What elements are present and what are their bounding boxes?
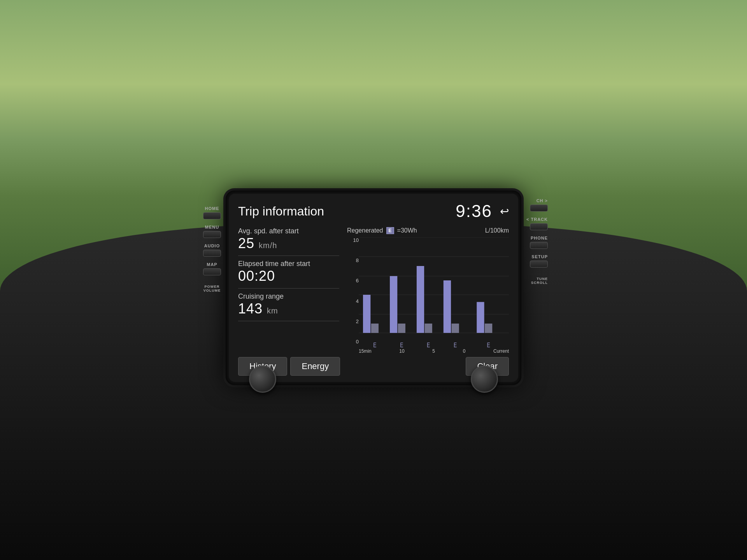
equals-label: =30Wh <box>397 227 417 234</box>
svg-rect-13 <box>451 324 459 333</box>
track-btn-label: < TRACK <box>526 217 548 222</box>
range-value: 143 km <box>238 301 339 317</box>
regenerated-label: Regenerated <box>347 227 383 234</box>
svg-text:E: E <box>487 341 490 348</box>
energy-button[interactable]: Energy <box>290 357 340 376</box>
x-label-15min: 15min <box>359 348 372 354</box>
menu-button[interactable] <box>203 231 221 238</box>
avg-speed-row: Avg. spd. after start 25 km/h <box>238 227 339 256</box>
ch-btn-label: CH > <box>537 198 548 203</box>
page-title: Trip information <box>238 204 324 219</box>
x-label-0: 0 <box>463 348 466 354</box>
right-side-buttons: CH > < TRACK PHONE SETUP TUNESCROLL <box>526 198 548 285</box>
chart-panel: Regenerated E =30Wh L/100km 0 2 4 6 8 10 <box>347 227 509 352</box>
home-button[interactable] <box>203 212 221 219</box>
header-row: Trip information 9:36 ↩ <box>238 201 509 221</box>
elapsed-time-row: Elapsed time after start 00:20 <box>238 260 339 289</box>
avg-speed-label: Avg. spd. after start <box>238 227 339 235</box>
home-btn-label: HOME <box>205 206 219 211</box>
elapsed-value: 00:20 <box>238 268 339 284</box>
cruising-range-row: Cruising range 143 km <box>238 292 339 321</box>
setup-button[interactable] <box>530 261 548 268</box>
phone-button[interactable] <box>530 242 548 249</box>
svg-text:E: E <box>400 341 403 348</box>
power-vol-label: POWERVOLUME <box>203 285 221 292</box>
current-label: Current <box>493 348 509 354</box>
chart-header: Regenerated E =30Wh L/100km <box>347 227 509 234</box>
svg-rect-15 <box>485 324 492 333</box>
chart-svg-container: E E E E E 15min 10 5 0 Current <box>359 237 509 352</box>
svg-rect-6 <box>363 295 370 333</box>
svg-rect-8 <box>390 276 397 333</box>
trip-info-panel: Avg. spd. after start 25 km/h Elapsed ti… <box>238 227 339 352</box>
svg-text:E: E <box>373 341 376 348</box>
svg-text:E: E <box>454 341 457 348</box>
screen-bezel: HOME MENU AUDIO MAP POWERVOLUME CH > < T… <box>226 191 521 385</box>
power-volume-knob[interactable] <box>249 366 276 393</box>
content-area: Avg. spd. after start 25 km/h Elapsed ti… <box>238 227 509 352</box>
svg-rect-12 <box>444 280 451 333</box>
tune-scroll-knob[interactable] <box>471 366 498 393</box>
main-screen: Trip information 9:36 ↩ Avg. spd. after … <box>229 194 518 382</box>
svg-rect-14 <box>477 302 484 333</box>
audio-btn-label: AUDIO <box>204 243 220 248</box>
svg-rect-10 <box>417 266 424 333</box>
audio-button[interactable] <box>203 250 221 257</box>
avg-speed-value: 25 km/h <box>238 235 339 252</box>
menu-btn-label: MENU <box>205 225 219 229</box>
x-label-5: 5 <box>432 348 435 354</box>
clock-display: 9:36 <box>456 201 492 221</box>
x-label-10: 10 <box>399 348 404 354</box>
map-btn-label: MAP <box>207 262 217 267</box>
elapsed-label: Elapsed time after start <box>238 260 339 268</box>
tune-scroll-label: TUNESCROLL <box>531 277 548 285</box>
ch-button[interactable] <box>530 205 548 212</box>
svg-rect-7 <box>371 324 379 333</box>
svg-rect-11 <box>425 324 432 333</box>
setup-btn-label: SETUP <box>531 254 548 259</box>
svg-text:E: E <box>427 341 430 348</box>
phone-btn-label: PHONE <box>531 236 548 240</box>
bar-chart: E E E E E <box>359 237 509 352</box>
range-label: Cruising range <box>238 292 339 301</box>
e-badge: E <box>386 227 394 234</box>
back-button[interactable]: ↩ <box>500 205 509 218</box>
svg-rect-9 <box>398 324 405 333</box>
map-button[interactable] <box>203 268 221 275</box>
unit-label: L/100km <box>485 227 509 234</box>
y-axis: 0 2 4 6 8 10 <box>347 237 359 352</box>
bottom-row: History Energy Clear <box>238 357 509 376</box>
chart-container: 0 2 4 6 8 10 <box>347 237 509 352</box>
left-side-buttons: HOME MENU AUDIO MAP POWERVOLUME <box>203 206 221 292</box>
track-button[interactable] <box>530 223 548 230</box>
